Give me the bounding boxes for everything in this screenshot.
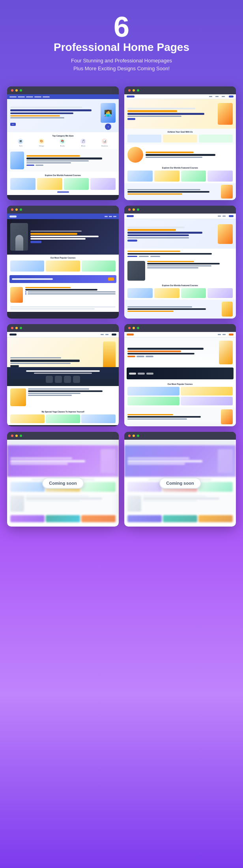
nav-item1: [209, 96, 212, 97]
course-2: [154, 171, 179, 182]
yoga-btn[interactable]: [10, 365, 19, 367]
page7-window: Coming soon: [7, 432, 119, 527]
course-2: [181, 387, 233, 396]
group-photo: [127, 261, 145, 281]
cat-item-5: 📊 Business: [101, 139, 108, 147]
dot-green: [20, 327, 22, 329]
banner-btn[interactable]: [108, 277, 114, 281]
learn-image: [222, 302, 233, 317]
hero-person-image: 👩‍💻: [101, 103, 116, 123]
train-text: [28, 388, 116, 406]
page2-window: Achieve Your Goal With Us Explore Our W: [124, 86, 236, 200]
coming-soon-badge-8: Coming soon: [159, 478, 201, 489]
blurred-nav: [124, 440, 236, 445]
nav-cta[interactable]: [229, 334, 234, 336]
hero-btn[interactable]: [127, 240, 137, 242]
hero-search[interactable]: [30, 241, 41, 243]
achieve-card-1: [127, 135, 161, 142]
blurred-section2: [7, 494, 119, 514]
hero-line2: [127, 113, 204, 115]
course-3: [181, 288, 206, 298]
course-2: [46, 261, 80, 272]
learn-title: [127, 308, 206, 310]
stat2: [36, 165, 43, 166]
instructor-badge: [26, 155, 80, 157]
page8-toolbar: [124, 432, 236, 440]
desc2: [147, 267, 198, 268]
connect-icons: [10, 376, 116, 383]
stat2: [138, 373, 145, 375]
page1-content: ▶ 👩‍💻 ↑ Top Category We Have 💻 Tech 🎨: [7, 94, 119, 195]
tag2: [136, 356, 144, 357]
dot-green: [137, 208, 139, 211]
hero-btn[interactable]: [127, 118, 135, 120]
bullet: [25, 291, 26, 292]
dot-green: [137, 89, 139, 92]
yoga-name: [10, 360, 80, 362]
nav-items: [105, 216, 116, 217]
achieve-title: Achieve Your Goal With Us: [127, 131, 233, 133]
tag3: [146, 356, 153, 357]
course-1: [127, 171, 153, 182]
bottom-line: [10, 306, 116, 307]
train-desc2: [28, 395, 72, 396]
page5-hero: [7, 337, 119, 367]
hero-title: [30, 236, 99, 237]
page1-window: ▶ 👩‍💻 ↑ Top Category We Have 💻 Tech 🎨: [7, 86, 119, 200]
dot-red: [11, 435, 13, 437]
graduate-images: [218, 224, 233, 244]
course-3: [127, 397, 179, 405]
dot-red: [128, 435, 131, 437]
page-header: 6 Professional Home Pages Four Stunning …: [0, 0, 243, 80]
page2-hero: [124, 99, 236, 129]
section-text: [25, 287, 116, 303]
page6-toolbar: [124, 324, 236, 332]
instructor-image: [10, 152, 24, 169]
page4-window: Explore Our Worlds Featured Courses: [124, 206, 236, 319]
nav-cta[interactable]: [229, 215, 234, 217]
page3-hero: [7, 219, 119, 255]
dot-yellow: [15, 435, 18, 437]
nav-cta[interactable]: [112, 334, 116, 336]
stat1: [129, 373, 136, 375]
pagination: [10, 191, 116, 193]
course-4: [207, 171, 233, 182]
course-cards: [127, 171, 233, 182]
hero-btn[interactable]: ▶: [10, 123, 16, 126]
pages-grid: ▶ 👩‍💻 ↑ Top Category We Have 💻 Tech 🎨: [0, 80, 243, 538]
course-1: [10, 261, 44, 272]
train-desc: [28, 393, 80, 394]
hero-sub: [10, 117, 64, 118]
course-1: [127, 288, 153, 298]
course-2: [154, 288, 179, 298]
dot-yellow: [133, 435, 135, 437]
dot-green: [20, 208, 22, 211]
yoga-connect: [7, 367, 119, 386]
blurred-inner2: [127, 449, 233, 473]
categories-title: Top Category We Have: [10, 135, 116, 137]
course-4: [207, 288, 233, 298]
hero-line1: [127, 227, 185, 228]
blurred-text2: [127, 457, 216, 465]
page6-nav: [124, 332, 236, 337]
nav-cta[interactable]: [229, 96, 234, 97]
graduate-image: [218, 224, 233, 244]
hero-title2: [127, 234, 189, 236]
b-line1: [10, 457, 72, 459]
hero-line1: [10, 107, 82, 108]
hero-text: [30, 231, 116, 243]
page8-window: Coming soon: [124, 432, 236, 527]
stat3: [150, 256, 160, 257]
title: [147, 263, 220, 264]
page1-nav: [7, 94, 119, 99]
cat-icon-1: 💻: [18, 139, 23, 144]
nav-item4: [43, 96, 50, 97]
cooking-instructor: [124, 407, 236, 426]
dot-green: [20, 435, 22, 437]
bc7: [198, 482, 233, 492]
instructor-image: [221, 409, 233, 424]
courses-title: Explore Our Worlds Featured Courses: [10, 174, 116, 176]
page8-content: Coming soon: [124, 440, 236, 527]
page2-instructor: [124, 144, 236, 165]
dot-red: [128, 208, 131, 211]
